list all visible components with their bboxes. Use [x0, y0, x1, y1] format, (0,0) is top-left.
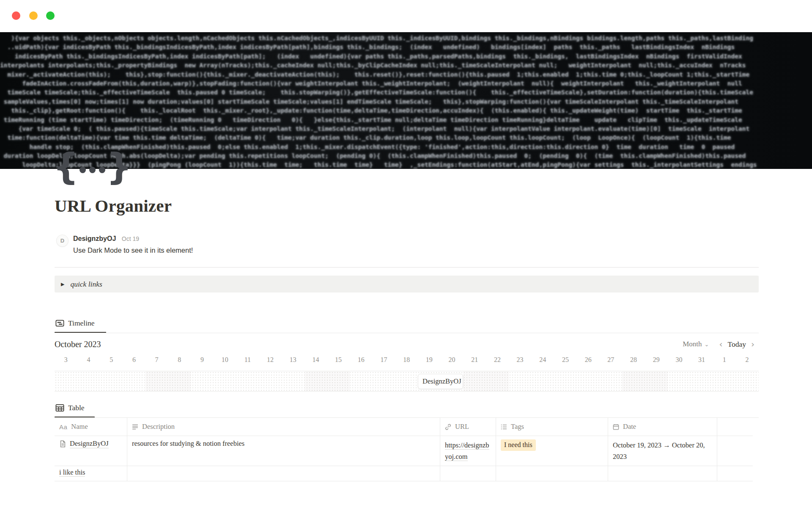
comment-date: Oct 19	[122, 235, 139, 242]
timeline-item-card[interactable]: DesignzByOJ	[418, 374, 463, 389]
timeline-view-selector[interactable]: Month⌄	[683, 340, 709, 348]
url-link[interactable]: https://designzbyoj.com	[445, 441, 489, 461]
day-label: 20	[441, 356, 464, 367]
tab-timeline-label: Timeline	[68, 319, 95, 328]
cell-description[interactable]	[127, 466, 440, 481]
table-row: i like this	[55, 466, 753, 481]
cell-name[interactable]: i like this	[55, 466, 127, 481]
day-label: 26	[577, 356, 600, 367]
timeline-day-cell[interactable]	[622, 371, 645, 391]
timeline-day-cell[interactable]	[259, 371, 282, 391]
cell-description[interactable]: resources for studying & notion freebies	[127, 436, 440, 466]
day-label: 11	[236, 356, 259, 367]
column-header-date[interactable]: Date	[608, 418, 717, 436]
day-label: 25	[554, 356, 577, 367]
timeline-day-cell[interactable]	[282, 371, 304, 391]
timeline-day-cell[interactable]	[690, 371, 713, 391]
day-label: 10	[214, 356, 236, 367]
column-label: URL	[455, 422, 469, 431]
timeline-day-cell[interactable]	[77, 371, 100, 391]
cell-name[interactable]: DesignzByOJ	[55, 436, 127, 466]
column-header-url[interactable]: URL	[440, 418, 496, 436]
quick-links-toggle[interactable]: ▶ quick links	[55, 276, 759, 293]
row-filler	[717, 436, 753, 466]
column-header-tags[interactable]: Tags	[496, 418, 608, 436]
timeline-month-header: October 2023	[55, 340, 101, 349]
calendar-icon	[613, 424, 619, 430]
timeline-day-cell[interactable]	[395, 371, 418, 391]
cell-url[interactable]: https://designzbyoj.com	[440, 436, 496, 466]
timeline-day-cell[interactable]	[577, 371, 600, 391]
cell-tags[interactable]: I need this	[496, 436, 608, 466]
timeline-day-cell[interactable]	[736, 371, 759, 391]
page-icon[interactable]: { }	[53, 147, 132, 185]
column-label: Date	[623, 422, 636, 431]
page-title[interactable]: URL Organizer	[55, 196, 172, 216]
timeline-day-cell[interactable]	[304, 371, 327, 391]
timeline-day-cell[interactable]	[600, 371, 623, 391]
day-label: 22	[486, 356, 509, 367]
timeline-day-cell[interactable]	[554, 371, 577, 391]
timeline-day-cell[interactable]	[463, 371, 486, 391]
day-label: 23	[509, 356, 532, 367]
timeline-day-cell[interactable]	[668, 371, 691, 391]
text-type-icon: Aa	[59, 423, 67, 431]
day-label: 30	[668, 356, 691, 367]
timeline-day-cell[interactable]	[350, 371, 373, 391]
day-label: 14	[304, 356, 327, 367]
timeline-day-cell[interactable]	[327, 371, 350, 391]
timeline-day-cell[interactable]	[145, 371, 168, 391]
brace-right: }	[106, 147, 132, 185]
column-header-name[interactable]: Aa Name	[55, 418, 127, 436]
url-link-icon	[445, 424, 451, 430]
icon-dots	[80, 167, 105, 173]
cell-url[interactable]	[440, 466, 496, 481]
date-range-text: October 19, 2023 → October 20, 2023	[613, 441, 705, 461]
timeline-prev-button[interactable]: ‹	[715, 339, 727, 349]
page-link-text[interactable]: DesignzByOJ	[70, 439, 109, 448]
timeline-next-button[interactable]: ›	[747, 339, 759, 349]
timeline-day-cell[interactable]	[531, 371, 554, 391]
column-label: Description	[142, 422, 175, 431]
timeline-day-cell[interactable]	[373, 371, 395, 391]
column-label: Name	[71, 422, 88, 431]
toggle-triangle-icon[interactable]: ▶	[61, 282, 64, 287]
day-label: 19	[418, 356, 441, 367]
timeline-day-cell[interactable]	[123, 371, 145, 391]
timeline-today-button[interactable]: Today	[728, 340, 746, 349]
tab-table-label: Table	[68, 403, 85, 412]
timeline-strip: DesignzByOJ	[55, 371, 759, 392]
table-header-row: Aa Name Description URL	[55, 418, 753, 436]
timeline-day-cell[interactable]	[191, 371, 214, 391]
day-label: 24	[531, 356, 554, 367]
day-label: 13	[282, 356, 304, 367]
tab-table[interactable]: Table	[55, 403, 85, 412]
cell-date[interactable]: October 19, 2023 → October 20, 2023	[608, 436, 717, 466]
timeline-day-cell[interactable]	[100, 371, 123, 391]
window-minimize-button[interactable]	[29, 11, 38, 20]
cell-tags[interactable]	[496, 466, 608, 481]
comment-block[interactable]: D DesignzbyOJ Oct 19 Use Dark Mode to se…	[55, 232, 351, 258]
add-column-area[interactable]	[717, 418, 753, 436]
timeline-view-icon	[55, 319, 64, 328]
timeline-day-cell[interactable]	[486, 371, 509, 391]
timeline-day-cell[interactable]	[645, 371, 668, 391]
timeline-day-cell[interactable]	[55, 371, 77, 391]
divider	[55, 267, 759, 268]
day-label: 18	[395, 356, 418, 367]
timeline-day-cell[interactable]	[168, 371, 191, 391]
timeline-day-cell[interactable]	[509, 371, 532, 391]
timeline-day-cell[interactable]	[713, 371, 736, 391]
timeline-day-cell[interactable]	[214, 371, 236, 391]
page-link-text[interactable]: i like this	[59, 468, 85, 477]
column-header-description[interactable]: Description	[127, 418, 440, 436]
cell-date[interactable]	[608, 466, 717, 481]
window-fullscreen-button[interactable]	[46, 11, 55, 20]
comment-body: Use Dark Mode to see it in its element!	[73, 246, 193, 254]
page-document-icon	[59, 440, 66, 447]
window-close-button[interactable]	[12, 11, 20, 20]
timeline-day-cell[interactable]	[236, 371, 259, 391]
day-label: 12	[259, 356, 282, 367]
day-label: 28	[622, 356, 645, 367]
tab-timeline[interactable]: Timeline	[55, 319, 95, 328]
